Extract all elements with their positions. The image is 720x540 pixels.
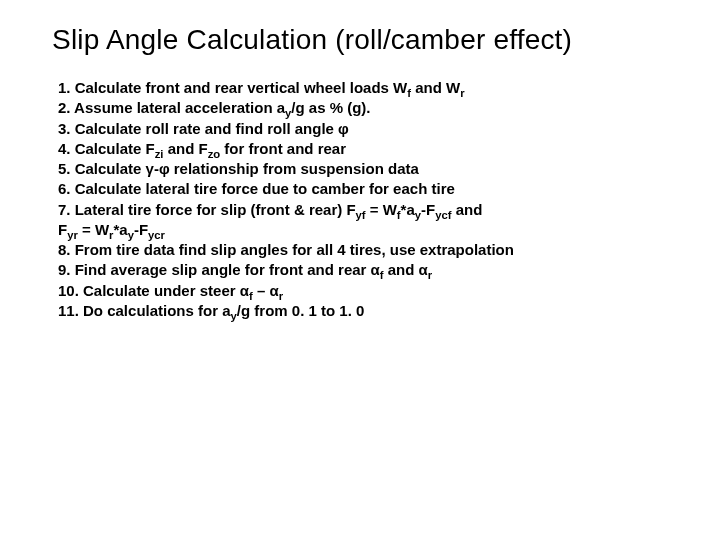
steps-block: 1. Calculate front and rear vertical whe… [58, 78, 680, 321]
slide-title: Slip Angle Calculation (roll/camber effe… [52, 24, 680, 56]
step-9: 9. Find average slip angle for front and… [58, 260, 680, 280]
step-10: 10. Calculate under steer αf – αr [58, 281, 680, 301]
step-4: 4. Calculate Fzi and Fzo for front and r… [58, 139, 680, 159]
step-3: 3. Calculate roll rate and find roll ang… [58, 119, 680, 139]
step-7: 7. Lateral tire force for slip (front & … [58, 200, 680, 220]
step-6: 6. Calculate lateral tire force due to c… [58, 179, 680, 199]
step-7-cont: Fyr = Wr*ay-Fycr [58, 220, 680, 240]
step-11: 11. Do calculations for ay/g from 0. 1 t… [58, 301, 680, 321]
step-5: 5. Calculate γ-φ relationship from suspe… [58, 159, 680, 179]
slide: Slip Angle Calculation (roll/camber effe… [0, 0, 720, 540]
step-2: 2. Assume lateral acceleration ay/g as %… [58, 98, 680, 118]
step-8: 8. From tire data find slip angles for a… [58, 240, 680, 260]
step-1: 1. Calculate front and rear vertical whe… [58, 78, 680, 98]
